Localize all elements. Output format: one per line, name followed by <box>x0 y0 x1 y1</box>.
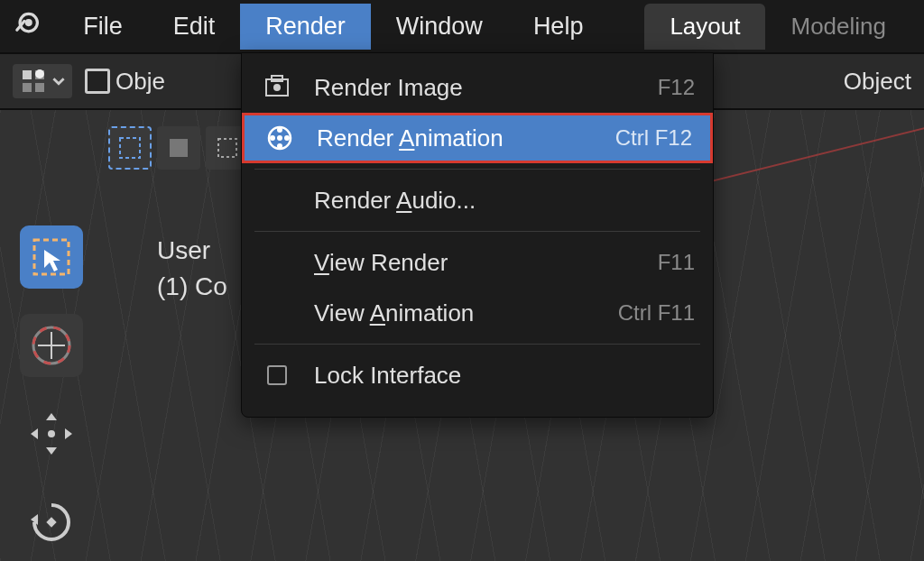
menu-separator <box>254 169 700 170</box>
svg-rect-7 <box>120 138 140 158</box>
lock-interface-label: Lock Interface <box>314 362 695 390</box>
render-image-icon <box>260 74 294 101</box>
svg-rect-8 <box>170 139 188 157</box>
menu-item-render-audio[interactable]: Render Audio... <box>242 175 713 225</box>
select-mode-edge[interactable] <box>157 126 200 170</box>
svg-rect-4 <box>23 83 32 92</box>
object-menu-label[interactable]: Object <box>844 68 911 96</box>
menu-item-render-animation[interactable]: Render Animation Ctrl F12 <box>242 113 713 163</box>
menu-help[interactable]: Help <box>508 4 609 50</box>
svg-point-22 <box>284 135 290 141</box>
view-render-label: View Render <box>314 249 658 277</box>
svg-rect-9 <box>218 139 236 157</box>
render-audio-label: Render Audio... <box>314 187 695 215</box>
svg-point-19 <box>273 84 281 91</box>
menu-item-view-animation[interactable]: View Animation Ctrl F11 <box>242 288 713 338</box>
svg-rect-2 <box>23 70 32 79</box>
workspace-tab-modeling[interactable]: Modeling <box>765 4 911 50</box>
menu-item-view-render[interactable]: View Render F11 <box>242 237 713 288</box>
blender-logo-icon[interactable] <box>13 8 42 44</box>
interaction-mode-dropdown[interactable]: Obje <box>85 68 165 96</box>
render-image-shortcut: F12 <box>658 75 695 100</box>
menu-file[interactable]: File <box>58 4 148 50</box>
svg-point-24 <box>270 135 275 141</box>
tool-cursor[interactable] <box>20 314 83 377</box>
render-dropdown-menu: Render Image F12 Render Animation Ctrl F… <box>241 52 714 418</box>
object-mode-label: Obje <box>116 68 165 96</box>
viewport-collection-label: (1) Co <box>157 269 227 305</box>
view-animation-label: View Animation <box>314 299 618 327</box>
render-animation-label: Render Animation <box>317 124 615 152</box>
svg-point-1 <box>25 19 32 26</box>
render-animation-shortcut: Ctrl F12 <box>615 125 692 151</box>
select-mode-vertex[interactable] <box>108 126 152 170</box>
tool-rotate[interactable] <box>20 491 83 554</box>
svg-point-6 <box>35 69 44 78</box>
toolbar <box>20 225 83 554</box>
render-image-label: Render Image <box>314 74 658 102</box>
chevron-down-icon <box>52 75 65 87</box>
svg-point-25 <box>277 135 282 141</box>
svg-point-21 <box>277 127 282 133</box>
checkbox-icon <box>260 365 294 385</box>
svg-point-15 <box>48 430 55 437</box>
object-mode-icon <box>85 69 110 94</box>
main-menu-bar: File Edit Render Window Help Layout Mode… <box>0 0 924 52</box>
menu-window[interactable]: Window <box>371 4 508 50</box>
menu-render[interactable]: Render <box>240 4 371 50</box>
viewport-perspective-label: User <box>157 233 227 269</box>
svg-point-23 <box>277 143 282 149</box>
svg-rect-16 <box>46 517 56 527</box>
menu-separator <box>254 231 700 232</box>
svg-rect-5 <box>35 83 44 92</box>
menu-item-lock-interface[interactable]: Lock Interface <box>242 350 713 400</box>
tool-move[interactable] <box>20 402 83 465</box>
menu-edit[interactable]: Edit <box>148 4 241 50</box>
grid-icon <box>20 68 47 95</box>
viewport-overlay-text: User (1) Co <box>157 233 227 305</box>
render-animation-icon <box>263 124 297 152</box>
menu-item-render-image[interactable]: Render Image F12 <box>242 62 713 113</box>
view-animation-shortcut: Ctrl F11 <box>618 300 695 326</box>
view-render-shortcut: F11 <box>658 250 695 275</box>
menu-separator <box>254 344 700 345</box>
tool-select-box[interactable] <box>20 225 83 289</box>
editor-type-dropdown[interactable] <box>13 64 72 98</box>
workspace-tab-layout[interactable]: Layout <box>644 4 765 50</box>
